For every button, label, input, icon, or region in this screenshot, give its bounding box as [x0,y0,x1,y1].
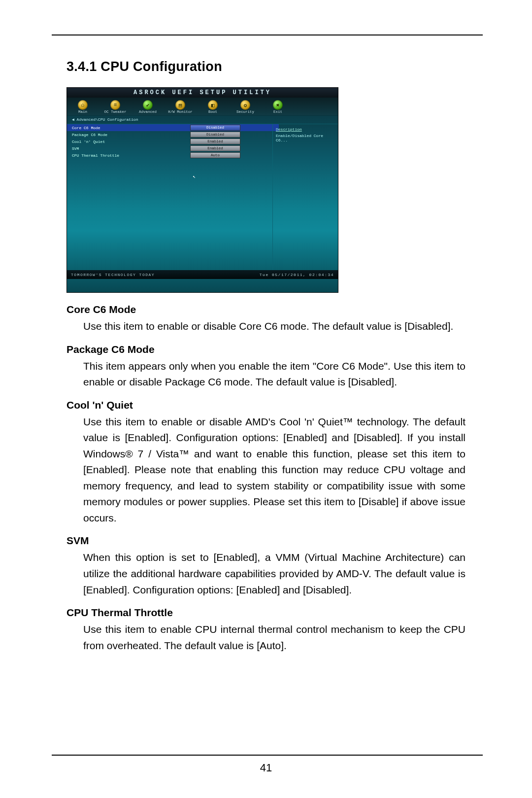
bios-desc-text: Enable/Disabled Core C6... [276,134,335,142]
opt-desc: Use this item to enable or disable AMD's… [83,414,466,526]
bios-footer-left: TOMORROW'S TECHNOLOGY TODAY [71,273,155,277]
nav-boot[interactable]: ◧ Boot [200,100,226,114]
bios-row-svm[interactable]: SVM Enabled [67,145,279,152]
bios-row-core-c6[interactable]: Core C6 Mode Disabled [67,124,279,131]
home-icon: ⌂ [78,100,88,110]
nav-main[interactable]: ⌂ Main [70,100,96,114]
options: Core C6 Mode Use this item to enable or … [66,304,466,654]
exit-icon: ✖ [273,100,283,110]
nav-hw-monitor[interactable]: ▤ H/W Monitor [167,100,193,114]
opt-desc: When this option is set to [Enabled], a … [83,550,466,598]
page-number: 41 [0,762,532,774]
bios-right-panel: Description Enable/Disabled Core C6... [272,124,338,279]
security-icon: ✪ [240,100,250,110]
opt-title-thermal: CPU Thermal Throttle [66,607,466,619]
bios-row-cool-n-quiet[interactable]: Cool 'n' Quiet Enabled [67,138,279,145]
nav-exit[interactable]: ✖ Exit [265,100,291,114]
bios-value[interactable]: Auto [190,152,240,158]
bios-key: Package C6 Mode [72,133,190,137]
bios-breadcrumb: ◀ Advanced\CPU Configuration [67,116,338,124]
boot-icon: ◧ [208,100,218,110]
hw-icon: ▤ [175,100,185,110]
bios-header: ASROCK UEFI SETUP UTILITY [67,88,338,98]
opt-desc: This item appears only when you enable t… [83,358,466,390]
bios-body: Core C6 Mode Disabled Package C6 Mode Di… [67,124,338,279]
nav-label: OC Tweaker [104,110,126,114]
opt-title-svm: SVM [66,535,466,547]
tweak-icon: ≡ [110,100,120,110]
nav-label: Exit [273,110,282,114]
bios-desc-header: Description [276,127,335,132]
opt-desc: Use this item to enable CPU internal the… [83,622,466,654]
bios-nav: ⌂ Main ≡ OC Tweaker ✔ Advanced ▤ H/W Mon… [67,98,338,116]
bios-key: Core C6 Mode [72,126,190,130]
nav-label: Boot [208,110,217,114]
bios-left-panel: Core C6 Mode Disabled Package C6 Mode Di… [67,124,279,279]
bios-screenshot: ASROCK UEFI SETUP UTILITY ⌂ Main ≡ OC Tw… [66,87,338,293]
opt-title-package-c6: Package C6 Mode [66,344,466,355]
opt-desc: Use this item to enable or disable Core … [83,318,466,335]
content: 3.4.1 CPU Configuration ASROCK UEFI SETU… [66,59,466,654]
advanced-icon: ✔ [143,100,153,110]
bios-footer-right: Tue 05/17/2011, 02:04:34 [260,273,334,277]
bios-row-package-c6[interactable]: Package C6 Mode Disabled [67,131,279,138]
bios-key: Cool 'n' Quiet [72,139,190,144]
bios-footer: TOMORROW'S TECHNOLOGY TODAY Tue 05/17/20… [67,270,338,279]
document-page: 3.4.1 CPU Configuration ASROCK UEFI SETU… [0,0,532,798]
nav-oc-tweaker[interactable]: ≡ OC Tweaker [102,100,128,114]
opt-title-core-c6: Core C6 Mode [66,304,466,315]
nav-advanced[interactable]: ✔ Advanced [135,100,161,114]
nav-label: Advanced [139,110,157,114]
nav-label: H/W Monitor [168,110,193,114]
bios-key: SVM [72,146,190,151]
nav-label: Main [78,110,87,114]
nav-label: Security [236,110,254,114]
cursor-icon: ↖ [193,173,196,179]
opt-title-cool-n-quiet: Cool 'n' Quiet [66,399,466,411]
bottom-rule [52,755,483,756]
section-title: 3.4.1 CPU Configuration [66,59,466,74]
bios-value[interactable]: Disabled [190,125,240,131]
bios-value[interactable]: Enabled [190,145,240,151]
nav-security[interactable]: ✪ Security [233,100,258,114]
bios-row-thermal[interactable]: CPU Thermal Throttle Auto [67,152,279,159]
bios-value[interactable]: Enabled [190,139,240,144]
bios-value[interactable]: Disabled [190,132,240,138]
bios-key: CPU Thermal Throttle [72,153,190,158]
top-rule [52,35,483,35]
